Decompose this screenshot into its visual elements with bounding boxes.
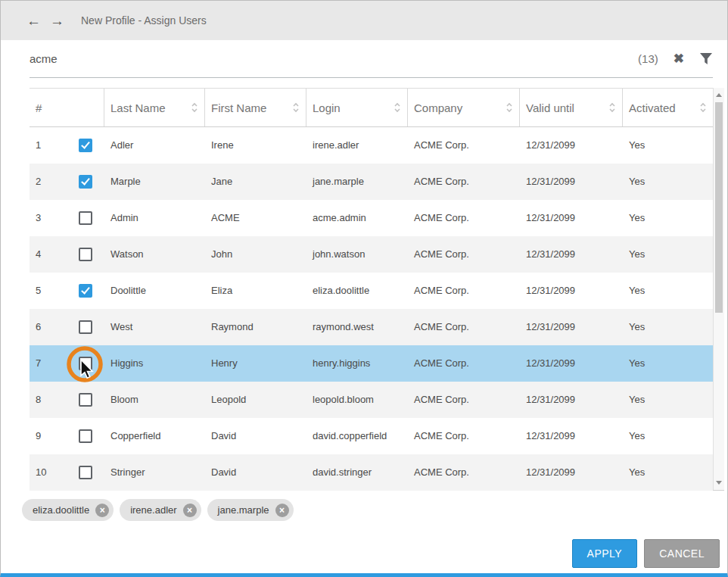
column-label: # [36,101,42,114]
cell-activated: Yes [623,382,713,418]
table-row[interactable]: 8 Bloom Leopold leopold.bloom ACME Corp.… [30,382,713,418]
cell-login: david.stringer [306,454,408,491]
row-number: 2 [30,164,79,200]
clear-search-icon[interactable]: ✖ [674,52,684,65]
chip-remove-icon[interactable]: × [275,504,289,517]
cell-last-name: Admin [104,200,205,236]
cell-first-name: David [205,418,306,454]
table-scrollbar[interactable] [713,88,724,490]
row-number: 4 [30,236,79,273]
chip-label: jane.marple [218,504,269,516]
cell-last-name: Marple [104,164,205,200]
table-row[interactable]: 2 Marple Jane jane.marple ACME Corp. 12/… [30,164,713,200]
search-input[interactable]: acme [30,52,58,65]
chip-label: eliza.doolittle [33,504,89,516]
cell-number: 4 [30,236,104,273]
forward-arrow-icon[interactable]: → [50,14,64,28]
cell-company: ACME Corp. [408,382,520,418]
cell-first-name: Raymond [205,309,306,345]
table-row[interactable]: 7 Higgins Henry henry.higgins ACME Corp.… [30,345,713,382]
cell-first-name: John [205,236,306,273]
sort-icon [699,102,707,113]
search-actions: (13) ✖ [638,52,713,65]
cell-activated: Yes [623,127,713,164]
column-header-valid-until[interactable]: Valid until [520,89,623,126]
cell-company: ACME Corp. [408,309,520,345]
cell-valid-until: 12/31/2099 [520,382,623,418]
row-checkbox[interactable] [79,175,92,189]
cell-activated: Yes [623,273,713,309]
column-label: Valid until [526,101,574,114]
chip-remove-icon[interactable]: × [183,504,197,517]
row-checkbox[interactable] [79,357,92,370]
apply-button[interactable]: APPLY [572,539,638,568]
row-number: 8 [30,382,79,418]
cell-number: 2 [30,164,104,200]
column-label: Last Name [110,101,166,114]
column-header-company[interactable]: Company [408,89,520,126]
row-checkbox[interactable] [79,429,92,443]
cell-last-name: Watson [104,236,205,273]
cell-valid-until: 12/31/2099 [520,345,623,382]
selected-user-chip: irene.adler × [120,499,201,521]
title-bar: ← → New Profile - Assign Users [1,1,727,40]
cell-first-name: ACME [205,200,306,236]
cell-first-name: Irene [205,127,306,164]
table-row[interactable]: 5 Doolittle Eliza eliza.doolittle ACME C… [30,273,713,309]
cell-valid-until: 12/31/2099 [520,418,623,454]
cell-number: 1 [30,127,104,164]
row-checkbox[interactable] [79,393,92,407]
scroll-up-icon[interactable] [716,93,722,97]
cell-last-name: Stringer [104,454,205,491]
scroll-down-icon[interactable] [716,481,722,485]
column-header-login[interactable]: Login [306,89,408,126]
table-row[interactable]: 1 Adler Irene irene.adler ACME Corp. 12/… [30,127,713,164]
row-checkbox[interactable] [79,284,92,298]
selected-users-chips: eliza.doolittle × irene.adler × jane.mar… [22,499,294,521]
table-row[interactable]: 10 Stringer David david.stringer ACME Co… [30,454,713,491]
cell-login: eliza.doolittle [306,273,408,309]
users-table: # Last Name First Name Login [30,88,724,491]
cell-last-name: Copperfield [104,418,205,454]
cell-login: david.copperfield [306,418,408,454]
chip-remove-icon[interactable]: × [95,504,109,517]
row-checkbox[interactable] [79,248,92,261]
row-checkbox[interactable] [79,466,92,479]
sort-icon [608,102,616,113]
cell-company: ACME Corp. [408,200,520,236]
column-header-activated[interactable]: Activated [623,89,713,126]
table-row[interactable]: 4 Watson John john.watson ACME Corp. 12/… [30,236,713,273]
column-header-last-name[interactable]: Last Name [104,89,205,126]
sort-icon [506,102,513,113]
table-row[interactable]: 6 West Raymond raymond.west ACME Corp. 1… [30,309,713,345]
cell-login: henry.higgins [306,345,408,382]
column-header-first-name[interactable]: First Name [205,89,306,126]
table-row[interactable]: 9 Copperfield David david.copperfield AC… [30,418,713,454]
chip-label: irene.adler [130,504,176,516]
cell-first-name: Henry [205,345,306,382]
row-number: 6 [30,309,79,345]
column-header-number[interactable]: # [30,89,104,126]
column-label: Login [313,101,341,114]
table-row[interactable]: 3 Admin ACME acme.admin ACME Corp. 12/31… [30,200,713,236]
row-checkbox[interactable] [79,139,92,152]
filter-icon[interactable] [699,52,713,65]
cell-activated: Yes [623,164,713,200]
cancel-button[interactable]: CANCEL [644,539,720,568]
back-arrow-icon[interactable]: ← [26,14,41,28]
row-checkbox[interactable] [79,211,92,225]
cell-last-name: West [104,309,205,345]
selected-user-chip: eliza.doolittle × [22,499,114,521]
cell-activated: Yes [623,309,713,345]
cell-number: 8 [30,382,104,418]
cell-number: 6 [30,309,104,345]
cell-login: acme.admin [306,200,408,236]
cell-login: jane.marple [306,164,408,200]
cell-valid-until: 12/31/2099 [520,309,623,345]
cell-number: 5 [30,273,104,309]
scrollbar-thumb[interactable] [715,102,723,313]
row-checkbox[interactable] [79,320,92,334]
row-number: 5 [30,273,79,309]
sort-icon [292,102,300,113]
table-header-row: # Last Name First Name Login [30,88,713,127]
